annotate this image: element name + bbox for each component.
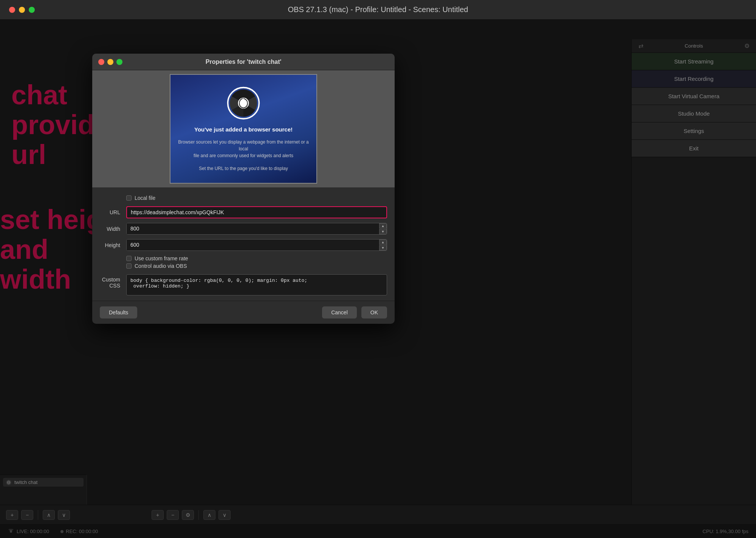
defaults-button[interactable]: Defaults xyxy=(100,306,137,318)
dialog-tl-red[interactable] xyxy=(98,59,104,65)
width-down-btn[interactable]: ▼ xyxy=(379,229,387,234)
height-label: Height xyxy=(100,242,126,248)
width-spinner[interactable]: 800 ▲ ▼ xyxy=(126,223,387,235)
preview-subtext1: Browser sources let you display a webpag… xyxy=(178,139,309,159)
obs-logo-icon xyxy=(226,86,260,120)
width-value: 800 xyxy=(127,223,379,234)
traffic-lights xyxy=(9,7,35,13)
dialog-tl-yellow[interactable] xyxy=(107,59,113,65)
obs-main: chat provider url set height and width xyxy=(0,20,756,538)
width-label: Width xyxy=(100,226,126,232)
local-file-row: Local file xyxy=(92,193,395,203)
dialog-title: Properties for 'twitch chat' xyxy=(206,59,282,65)
traffic-light-green[interactable] xyxy=(29,7,35,13)
url-input[interactable] xyxy=(126,206,387,218)
custom-css-label: Custom CSS xyxy=(100,274,126,289)
width-up-btn[interactable]: ▲ xyxy=(379,223,387,229)
dialog-titlebar: Properties for 'twitch chat' xyxy=(92,54,395,70)
dialog-right-buttons: Cancel OK xyxy=(322,306,387,318)
local-file-checkbox[interactable] xyxy=(126,195,132,201)
dialog-preview-area: You've just added a browser source! Brow… xyxy=(92,70,395,187)
dialog-preview-inner: You've just added a browser source! Brow… xyxy=(170,74,317,184)
preview-headline: You've just added a browser source! xyxy=(194,126,293,133)
dialog-traffic-lights xyxy=(98,59,122,65)
custom-css-textarea[interactable]: body { background-color: rgba(0, 0, 0, 0… xyxy=(126,274,387,295)
dialog-form: Local file URL Width 800 ▲ ▼ xyxy=(92,187,395,298)
control-audio-label: Control audio via OBS xyxy=(135,263,187,269)
custom-css-row: Custom CSS body { background-color: rgba… xyxy=(92,271,395,298)
options-area: Use custom frame rate Control audio via … xyxy=(92,253,395,271)
height-row: Height 600 ▲ ▼ xyxy=(92,237,395,253)
title-bar: OBS 27.1.3 (mac) - Profile: Untitled - S… xyxy=(0,0,756,20)
cancel-button[interactable]: Cancel xyxy=(322,306,357,318)
width-spinner-controls[interactable]: ▲ ▼ xyxy=(379,223,387,234)
height-up-btn[interactable]: ▲ xyxy=(379,240,387,245)
traffic-light-yellow[interactable] xyxy=(19,7,25,13)
traffic-light-red[interactable] xyxy=(9,7,15,13)
preview-subtext2: Set the URL to the page you'd like to di… xyxy=(199,165,288,172)
height-value: 600 xyxy=(127,240,379,250)
url-label: URL xyxy=(100,209,126,215)
dialog-tl-green[interactable] xyxy=(116,59,122,65)
height-spinner-controls[interactable]: ▲ ▼ xyxy=(379,240,387,250)
custom-frame-rate-label: Use custom frame rate xyxy=(135,255,188,261)
control-audio-checkbox[interactable] xyxy=(126,263,132,269)
window-title: OBS 27.1.3 (mac) - Profile: Untitled - S… xyxy=(288,5,468,14)
url-row: URL xyxy=(92,204,395,221)
custom-frame-rate-row: Use custom frame rate xyxy=(126,255,387,261)
dialog-buttons: Defaults Cancel OK xyxy=(92,301,395,324)
custom-frame-rate-checkbox[interactable] xyxy=(126,256,132,261)
width-row: Width 800 ▲ ▼ xyxy=(92,221,395,237)
height-down-btn[interactable]: ▼ xyxy=(379,245,387,250)
properties-dialog: Properties for 'twitch chat' xyxy=(92,54,395,324)
local-file-label: Local file xyxy=(135,195,155,201)
ok-button[interactable]: OK xyxy=(361,306,387,318)
control-audio-row: Control audio via OBS xyxy=(126,263,387,269)
height-spinner[interactable]: 600 ▲ ▼ xyxy=(126,239,387,251)
